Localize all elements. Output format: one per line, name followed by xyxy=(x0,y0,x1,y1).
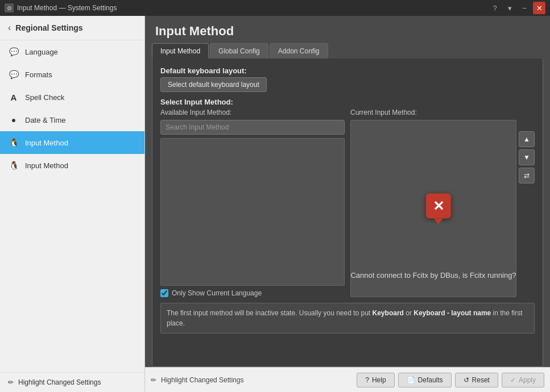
error-popup: ✕ xyxy=(426,194,451,219)
highlight-settings-label: Highlight Changed Settings xyxy=(18,378,101,386)
reset-button[interactable]: ↺ Reset xyxy=(455,373,498,387)
app-icon: ⚙ xyxy=(5,3,14,12)
error-icon: ✕ xyxy=(433,198,444,214)
sidebar-item-language[interactable]: 💬 Language xyxy=(0,40,144,63)
reset-btn-label: Reset xyxy=(472,376,490,384)
highlight-label: Highlight Changed Settings xyxy=(161,376,243,384)
input-method-columns: Available Input Method: Only Show Curren… xyxy=(160,109,535,297)
select-input-method-title: Select Input Method: xyxy=(160,98,535,106)
defaults-btn-label: Defaults xyxy=(418,376,443,384)
defaults-button[interactable]: 📄 Defaults xyxy=(398,373,452,387)
only-show-current-checkbox[interactable] xyxy=(160,289,168,297)
date-time-icon: ● xyxy=(8,114,19,126)
apply-btn-icon: ✓ xyxy=(510,376,516,384)
sidebar-title: Regional Settings xyxy=(15,23,82,32)
input-method-active-icon: 🐧 xyxy=(8,137,19,148)
apply-button[interactable]: ✓ Apply xyxy=(502,373,544,387)
highlight-icon: ✏ xyxy=(151,376,156,384)
action-buttons: ? Help 📄 Defaults ↺ Reset ✓ Apply xyxy=(357,373,544,387)
select-input-method-section: Select Input Method: Available Input Met… xyxy=(160,98,535,297)
sidebar-item-spell-check[interactable]: A Spell Check xyxy=(0,86,144,109)
main-panel: Default keyboard layout: Select default … xyxy=(152,59,543,367)
only-show-current-label: Only Show Current Language xyxy=(172,289,262,297)
formats-icon: 💬 xyxy=(8,69,19,80)
highlight-settings-icon: ✏ xyxy=(8,378,14,386)
select-layout-button[interactable]: Select default keyboard layout xyxy=(160,77,267,92)
sidebar-item-label-input-method-2: Input Method xyxy=(25,161,68,170)
current-column: Current Input Method: ✕ Cannot connect t… xyxy=(350,109,535,297)
info-mid: or xyxy=(404,309,413,317)
bottom-bar: ✏ Highlight Changed Settings ? Help 📄 De… xyxy=(145,367,550,392)
default-keyboard-title: Default keyboard layout: xyxy=(160,66,535,75)
sidebar-item-input-method-2[interactable]: 🐧 Input Method xyxy=(0,154,144,177)
spell-check-icon: A xyxy=(8,91,19,103)
configure-button[interactable]: ⇄ xyxy=(519,168,535,184)
available-label: Available Input Method: xyxy=(160,109,345,116)
info-bold2: Keyboard - layout name xyxy=(413,309,491,317)
sidebar-item-label-spell-check: Spell Check xyxy=(25,93,64,102)
sidebar-item-input-method-active[interactable]: 🐧 Input Method xyxy=(0,131,144,154)
default-keyboard-section: Default keyboard layout: Select default … xyxy=(160,66,535,92)
info-text: The first input method will be inactive … xyxy=(160,303,535,333)
sidebar: ‹ Regional Settings 💬 Language 💬 Formats… xyxy=(0,16,145,392)
minimize-down-button[interactable]: ▾ xyxy=(503,2,516,14)
available-column: Available Input Method: Only Show Curren… xyxy=(160,109,345,297)
tab-addon-config[interactable]: Addon Config xyxy=(270,43,328,59)
sidebar-header: ‹ Regional Settings xyxy=(0,16,144,40)
tab-bar: Input Method Global Config Addon Config xyxy=(145,43,550,59)
info-before: The first input method will be inactive … xyxy=(167,309,373,317)
page-title: Input Method xyxy=(145,16,550,43)
sidebar-item-date-time[interactable]: ● Date & Time xyxy=(0,109,144,131)
right-controls: ▲ ▼ ⇄ xyxy=(519,120,535,297)
available-list[interactable] xyxy=(160,138,345,286)
help-button[interactable]: ? xyxy=(489,2,501,14)
tab-input-method[interactable]: Input Method xyxy=(152,43,209,59)
close-button[interactable]: ✕ xyxy=(533,2,545,14)
titlebar: ⚙ Input Method — System Settings ? ▾ − ✕ xyxy=(0,0,550,16)
sidebar-item-label-date-time: Date & Time xyxy=(25,116,66,124)
main-layout: ‹ Regional Settings 💬 Language 💬 Formats… xyxy=(0,16,550,392)
current-label: Current Input Method: xyxy=(350,109,535,116)
only-show-current-row: Only Show Current Language xyxy=(160,289,345,297)
sidebar-footer[interactable]: ✏ Highlight Changed Settings xyxy=(0,372,144,392)
help-button[interactable]: ? Help xyxy=(357,373,394,387)
content-area: Input Method Input Method Global Config … xyxy=(145,16,550,392)
minimize-button[interactable]: − xyxy=(518,2,531,14)
info-bold1: Keyboard xyxy=(373,309,404,317)
input-method-2-icon: 🐧 xyxy=(8,160,19,171)
tab-global-config[interactable]: Global Config xyxy=(210,43,268,59)
language-icon: 💬 xyxy=(8,46,19,57)
move-down-button[interactable]: ▼ xyxy=(519,149,535,165)
search-input[interactable] xyxy=(160,120,345,135)
help-btn-icon: ? xyxy=(365,376,369,384)
sidebar-item-label-formats: Formats xyxy=(25,70,52,79)
titlebar-title: Input Method — System Settings xyxy=(17,4,117,12)
sidebar-item-formats[interactable]: 💬 Formats xyxy=(0,63,144,86)
current-list[interactable]: ✕ Cannot connect to Fcitx by DBus, is Fc… xyxy=(350,120,516,297)
highlight-changed-settings[interactable]: ✏ Highlight Changed Settings xyxy=(151,376,243,384)
defaults-btn-icon: 📄 xyxy=(407,376,415,384)
titlebar-controls: ? ▾ − ✕ xyxy=(489,2,545,14)
sidebar-item-label-input-method-active: Input Method xyxy=(25,139,68,147)
back-button[interactable]: ‹ xyxy=(8,23,11,33)
right-list-area: ✕ Cannot connect to Fcitx by DBus, is Fc… xyxy=(350,120,535,297)
help-btn-label: Help xyxy=(372,376,386,384)
titlebar-left: ⚙ Input Method — System Settings xyxy=(5,3,117,12)
move-up-button[interactable]: ▲ xyxy=(519,131,535,147)
apply-btn-label: Apply xyxy=(519,376,536,384)
sidebar-item-label-language: Language xyxy=(25,48,58,56)
error-message: Cannot connect to Fcitx by DBus, is Fcit… xyxy=(350,271,516,280)
reset-btn-icon: ↺ xyxy=(464,376,469,384)
